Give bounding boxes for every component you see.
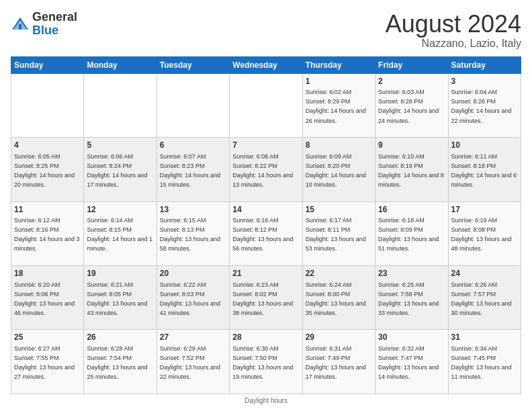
calendar-week-row: 4Sunrise: 6:05 AMSunset: 8:25 PMDaylight… [11, 138, 521, 201]
day-detail: Sunrise: 6:27 AMSunset: 7:55 PMDaylight:… [14, 345, 75, 380]
calendar-cell [230, 73, 302, 137]
day-header-thursday: Thursday [302, 56, 375, 73]
calendar-cell: 15Sunrise: 6:17 AMSunset: 8:11 PMDayligh… [302, 201, 375, 265]
day-header-saturday: Saturday [448, 56, 521, 73]
day-number: 5 [87, 140, 153, 151]
calendar-subtitle: Nazzano, Lazio, Italy [386, 38, 521, 50]
day-detail: Sunrise: 6:19 AMSunset: 8:08 PMDaylight:… [451, 217, 512, 252]
day-detail: Sunrise: 6:28 AMSunset: 7:54 PMDaylight:… [87, 345, 147, 380]
day-number: 22 [306, 268, 372, 279]
day-number: 13 [160, 204, 226, 216]
day-number: 3 [451, 76, 518, 87]
day-detail: Sunrise: 6:29 AMSunset: 7:52 PMDaylight:… [160, 345, 220, 380]
calendar-cell: 8Sunrise: 6:09 AMSunset: 8:20 PMDaylight… [302, 138, 375, 201]
logo-icon [11, 15, 30, 34]
day-detail: Sunrise: 6:15 AMSunset: 8:13 PMDaylight:… [160, 217, 220, 252]
day-detail: Sunrise: 6:24 AMSunset: 8:00 PMDaylight:… [306, 281, 366, 316]
day-number: 25 [14, 332, 81, 343]
day-detail: Sunrise: 6:14 AMSunset: 8:15 PMDaylight:… [87, 217, 152, 252]
day-number: 28 [232, 332, 299, 343]
day-detail: Sunrise: 6:31 AMSunset: 7:49 PMDaylight:… [306, 345, 366, 380]
calendar-week-row: 18Sunrise: 6:20 AMSunset: 8:06 PMDayligh… [11, 266, 521, 330]
day-number: 15 [306, 204, 372, 216]
calendar-cell: 27Sunrise: 6:29 AMSunset: 7:52 PMDayligh… [157, 330, 229, 394]
day-number: 16 [378, 204, 445, 216]
day-detail: Sunrise: 6:05 AMSunset: 8:25 PMDaylight:… [14, 153, 75, 188]
day-number: 19 [87, 268, 153, 279]
day-number: 4 [14, 140, 81, 151]
day-detail: Sunrise: 6:07 AMSunset: 8:23 PMDaylight:… [160, 153, 220, 188]
calendar-cell: 14Sunrise: 6:16 AMSunset: 8:12 PMDayligh… [230, 201, 302, 265]
calendar-cell: 26Sunrise: 6:28 AMSunset: 7:54 PMDayligh… [84, 330, 157, 394]
day-detail: Sunrise: 6:20 AMSunset: 8:06 PMDaylight:… [14, 281, 75, 316]
calendar-cell: 25Sunrise: 6:27 AMSunset: 7:55 PMDayligh… [11, 330, 84, 394]
day-number: 30 [378, 332, 445, 343]
day-number: 10 [451, 140, 518, 151]
calendar-cell: 18Sunrise: 6:20 AMSunset: 8:06 PMDayligh… [11, 266, 84, 330]
day-header-wednesday: Wednesday [230, 56, 302, 73]
calendar-cell: 19Sunrise: 6:21 AMSunset: 8:05 PMDayligh… [84, 266, 157, 330]
header: General Blue August 2024 Nazzano, Lazio,… [11, 11, 521, 50]
day-detail: Sunrise: 6:23 AMSunset: 8:02 PMDaylight:… [232, 281, 293, 316]
day-number: 31 [451, 332, 518, 343]
calendar-cell [84, 73, 157, 137]
day-number: 18 [14, 268, 81, 279]
day-detail: Sunrise: 6:02 AMSunset: 8:29 PMDaylight:… [306, 89, 366, 124]
daylight-label: Daylight hours [245, 397, 287, 404]
day-number: 12 [87, 204, 153, 216]
day-detail: Sunrise: 6:10 AMSunset: 8:19 PMDaylight:… [378, 153, 444, 188]
day-detail: Sunrise: 6:32 AMSunset: 7:47 PMDaylight:… [378, 345, 439, 380]
day-number: 9 [378, 140, 445, 151]
calendar-cell: 11Sunrise: 6:12 AMSunset: 8:16 PMDayligh… [11, 201, 84, 265]
calendar-cell: 3Sunrise: 6:04 AMSunset: 8:26 PMDaylight… [448, 73, 521, 137]
calendar-cell: 1Sunrise: 6:02 AMSunset: 8:29 PMDaylight… [302, 73, 375, 137]
day-number: 7 [232, 140, 299, 151]
day-detail: Sunrise: 6:09 AMSunset: 8:20 PMDaylight:… [306, 153, 366, 188]
calendar-cell: 29Sunrise: 6:31 AMSunset: 7:49 PMDayligh… [302, 330, 375, 394]
day-detail: Sunrise: 6:03 AMSunset: 8:28 PMDaylight:… [378, 89, 439, 124]
day-number: 17 [451, 204, 518, 216]
day-detail: Sunrise: 6:22 AMSunset: 8:03 PMDaylight:… [160, 281, 220, 316]
calendar-week-row: 25Sunrise: 6:27 AMSunset: 7:55 PMDayligh… [11, 330, 521, 394]
calendar-cell: 4Sunrise: 6:05 AMSunset: 8:25 PMDaylight… [11, 138, 84, 201]
calendar-cell: 6Sunrise: 6:07 AMSunset: 8:23 PMDaylight… [157, 138, 229, 201]
footer: Daylight hours [11, 397, 521, 404]
day-number: 29 [306, 332, 372, 343]
calendar-cell: 24Sunrise: 6:26 AMSunset: 7:57 PMDayligh… [448, 266, 521, 330]
day-header-tuesday: Tuesday [157, 56, 229, 73]
calendar-cell [11, 73, 84, 137]
calendar-week-row: 1Sunrise: 6:02 AMSunset: 8:29 PMDaylight… [11, 73, 521, 137]
day-number: 21 [232, 268, 299, 279]
day-header-monday: Monday [84, 56, 157, 73]
calendar-cell: 12Sunrise: 6:14 AMSunset: 8:15 PMDayligh… [84, 201, 157, 265]
calendar-cell: 2Sunrise: 6:03 AMSunset: 8:28 PMDaylight… [375, 73, 448, 137]
day-header-friday: Friday [375, 56, 448, 73]
day-header-sunday: Sunday [11, 56, 84, 73]
day-detail: Sunrise: 6:26 AMSunset: 7:57 PMDaylight:… [451, 281, 512, 316]
day-number: 26 [87, 332, 153, 343]
calendar-cell: 20Sunrise: 6:22 AMSunset: 8:03 PMDayligh… [157, 266, 229, 330]
logo-general-text: General [32, 10, 77, 24]
day-number: 23 [378, 268, 445, 279]
day-number: 11 [14, 204, 81, 216]
calendar-cell: 30Sunrise: 6:32 AMSunset: 7:47 PMDayligh… [375, 330, 448, 394]
day-detail: Sunrise: 6:17 AMSunset: 8:11 PMDaylight:… [306, 217, 366, 252]
calendar-cell: 31Sunrise: 6:34 AMSunset: 7:45 PMDayligh… [448, 330, 521, 394]
day-detail: Sunrise: 6:04 AMSunset: 8:26 PMDaylight:… [451, 89, 512, 124]
day-number: 8 [306, 140, 372, 151]
calendar-cell: 13Sunrise: 6:15 AMSunset: 8:13 PMDayligh… [157, 201, 229, 265]
day-detail: Sunrise: 6:25 AMSunset: 7:58 PMDaylight:… [378, 281, 439, 316]
calendar-table: SundayMondayTuesdayWednesdayThursdayFrid… [11, 56, 521, 394]
calendar-week-row: 11Sunrise: 6:12 AMSunset: 8:16 PMDayligh… [11, 201, 521, 265]
calendar-cell: 16Sunrise: 6:18 AMSunset: 8:09 PMDayligh… [375, 201, 448, 265]
calendar-cell: 7Sunrise: 6:08 AMSunset: 8:22 PMDaylight… [230, 138, 302, 201]
day-detail: Sunrise: 6:06 AMSunset: 8:24 PMDaylight:… [87, 153, 147, 188]
day-number: 24 [451, 268, 518, 279]
day-detail: Sunrise: 6:30 AMSunset: 7:50 PMDaylight:… [232, 345, 293, 380]
day-number: 1 [306, 76, 372, 87]
calendar-cell: 9Sunrise: 6:10 AMSunset: 8:19 PMDaylight… [375, 138, 448, 201]
calendar-cell: 21Sunrise: 6:23 AMSunset: 8:02 PMDayligh… [230, 266, 302, 330]
day-number: 27 [160, 332, 226, 343]
title-section: August 2024 Nazzano, Lazio, Italy [386, 11, 521, 50]
calendar-cell: 22Sunrise: 6:24 AMSunset: 8:00 PMDayligh… [302, 266, 375, 330]
